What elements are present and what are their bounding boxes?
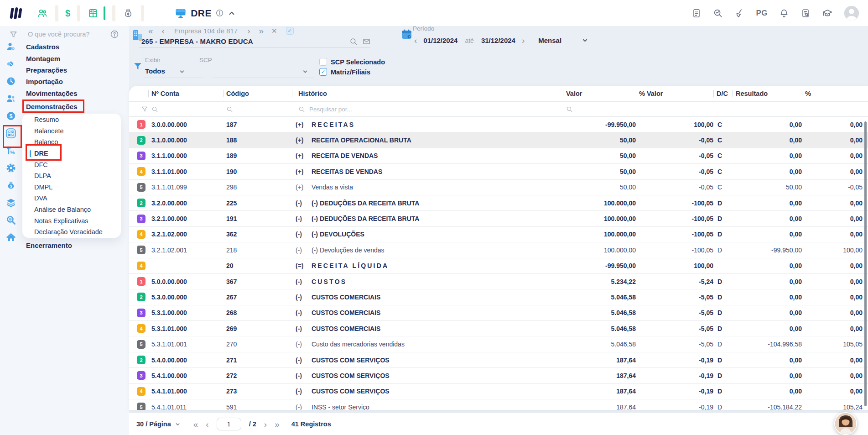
dollar-icon[interactable]: $ <box>65 8 70 18</box>
clipboard-search-icon[interactable] <box>800 8 811 18</box>
submenu-item-notas-explicativas[interactable]: Notas Explicativas <box>34 215 121 226</box>
table-row[interactable]: 35.3.1.00.000268(-)CUSTOS COMERCIAIS5.04… <box>129 305 868 321</box>
company-name[interactable]: 265 - EMPRESA - MAKRO EDUCA <box>141 37 253 45</box>
prev-period-button[interactable]: ‹ <box>414 36 417 45</box>
person-gear-icon[interactable] <box>5 41 17 52</box>
table-row[interactable]: 53.2.1.02.001218(-)(-) Devoluções de ven… <box>129 242 868 258</box>
sidebar-item-encerramento[interactable]: Encerramento <box>26 241 72 249</box>
prev-page-button[interactable]: ‹ <box>206 420 208 429</box>
submenu-item-balancete[interactable]: Balancete <box>34 126 121 137</box>
submenu-item-analise-de-balanco[interactable]: Análise de Balanço <box>34 204 121 215</box>
col-header-historico[interactable]: Histórico <box>292 86 563 101</box>
table-row[interactable]: 43.2.1.02.000362(-)(-) DEVOLUÇÕES100.000… <box>129 227 868 242</box>
mail-icon[interactable] <box>362 37 371 46</box>
scp-chevron-icon[interactable] <box>302 68 308 75</box>
next-period-button[interactable]: › <box>522 36 525 45</box>
table-row[interactable]: 23.2.0.00.000225(-)(-) DEDUÇÕES DA RECEI… <box>129 195 868 211</box>
user-avatar[interactable] <box>844 6 859 21</box>
next-page-button[interactable]: › <box>264 420 267 429</box>
conta-search-icon[interactable] <box>151 106 158 113</box>
dollar-circle-icon[interactable]: $ <box>5 110 17 121</box>
search-icon[interactable] <box>5 215 17 225</box>
submenu-item-dfc[interactable]: DFC <box>34 159 121 170</box>
app-logo[interactable] <box>9 5 25 21</box>
calculator-grid-icon[interactable] <box>87 8 99 19</box>
company-checkbox[interactable]: ✓ <box>286 27 294 35</box>
sidebar-item-demonstracoes[interactable]: Demonstrações <box>26 101 78 112</box>
search-stats-icon[interactable] <box>713 8 723 18</box>
table-row[interactable]: 13.0.0.00.000187(+)RECEITAS-99.950,00100… <box>129 117 868 132</box>
exibir-select[interactable]: Todos <box>145 67 165 75</box>
col-header-pvalor[interactable]: % Valor <box>636 86 713 101</box>
money-bag-icon[interactable] <box>122 8 134 19</box>
calculator-icon[interactable] <box>5 128 17 139</box>
table-row[interactable]: 25.4.0.00.000271(-)CUSTOS COM SERVIÇOS18… <box>129 352 868 368</box>
col-header-codigo[interactable]: Código <box>223 86 292 101</box>
people-icon[interactable] <box>5 93 17 104</box>
submenu-item-dva[interactable]: DVA <box>34 193 121 204</box>
submenu-item-resumo[interactable]: Resumo <box>34 114 121 126</box>
submenu-item-dmpl[interactable]: DMPL <box>34 182 121 193</box>
period-mode-chevron-icon[interactable] <box>582 37 588 44</box>
sidebar-item-montagem[interactable]: Montagem <box>26 52 78 64</box>
period-end-date[interactable]: 31/12/2024 <box>481 37 515 44</box>
first-page-button[interactable]: « <box>193 420 198 429</box>
table-row[interactable]: 45.4.1.01.000273(-)CUSTOS COM SERVIÇOS18… <box>129 384 868 399</box>
table-row[interactable]: 33.2.1.00.000191(-)(-) DEDUÇÕES DA RECEI… <box>129 211 868 226</box>
exibir-chevron-icon[interactable] <box>179 68 185 75</box>
last-company-button[interactable]: » <box>259 26 263 35</box>
table-row[interactable]: 53.1.1.01.099298(+)Vendas a vista50,00-0… <box>129 180 868 195</box>
filter-funnel-icon[interactable] <box>9 30 18 39</box>
clear-company-button[interactable]: ✕ <box>271 27 277 35</box>
table-row[interactable]: 25.3.0.00.000267(-)CUSTOS COMERCIAIS5.04… <box>129 289 868 305</box>
period-mode-select[interactable]: Mensal <box>538 37 561 44</box>
help-icon[interactable] <box>110 30 119 39</box>
document-icon[interactable] <box>691 8 702 18</box>
page-number-input[interactable]: 1 <box>217 418 241 430</box>
table-row[interactable]: 55.3.1.01.001270(-)Custo das mercadorias… <box>129 336 868 352</box>
sidebar-item-movimentacoes[interactable]: Movimentações <box>26 88 78 99</box>
col-header-conta[interactable]: Nº Conta <box>148 86 223 101</box>
matriz-filiais-checkbox[interactable]: ✓ <box>319 68 327 76</box>
layers-icon[interactable] <box>5 197 17 208</box>
table-funnel-icon[interactable] <box>141 105 148 113</box>
company-search-icon[interactable] <box>349 37 358 46</box>
matriz-filiais-option[interactable]: ✓ Matriz/Filiais <box>319 68 370 76</box>
scp-underline[interactable] <box>212 78 315 78</box>
col-header-dc[interactable]: D/C <box>713 86 733 101</box>
table-row[interactable]: 45.3.1.01.000269(-)CUSTOS COMERCIAIS5.04… <box>129 321 868 336</box>
submenu-item-declaracao-veracidade[interactable]: Declaração Veracidade <box>34 226 121 238</box>
prev-company-button[interactable]: ‹ <box>162 26 165 35</box>
handshake-icon[interactable] <box>5 58 17 69</box>
trend-percent-icon[interactable]: % <box>5 145 17 156</box>
chevron-up-icon[interactable] <box>228 9 236 17</box>
period-start-date[interactable]: 01/12/2024 <box>423 37 457 44</box>
table-row[interactable]: 420(=)RECEITA LÍQUIDA-99.950,00100,000,0… <box>129 258 868 274</box>
table-row[interactable]: 15.0.0.00.000367(-)CUSTOS5.234,22-5,24D0… <box>129 274 868 289</box>
info-icon[interactable] <box>216 9 223 17</box>
clock-icon[interactable] <box>5 76 17 87</box>
people-icon[interactable] <box>36 8 48 19</box>
sidebar-menu-bottom[interactable]: Encerramento <box>26 240 72 251</box>
next-company-button[interactable]: › <box>247 26 250 35</box>
graduation-cap-icon[interactable] <box>822 8 833 19</box>
gear-icon[interactable] <box>5 162 17 173</box>
table-row[interactable]: 35.4.1.00.000272(-)CUSTOS COM SERVIÇOS18… <box>129 368 868 383</box>
col-header-pct[interactable]: % <box>802 86 863 101</box>
bell-icon[interactable] <box>779 8 789 18</box>
table-row[interactable]: 33.1.1.00.000189(+)RECEITA DE VENDAS50,0… <box>129 148 868 164</box>
last-page-button[interactable]: » <box>275 420 280 429</box>
table-row[interactable]: 43.1.1.01.000190(+)RECEITAS DE VENDAS50,… <box>129 164 868 179</box>
page-size-chevron-icon[interactable] <box>175 421 181 427</box>
scp-selecionado-checkbox[interactable] <box>319 58 327 66</box>
codigo-search-icon[interactable] <box>226 106 233 113</box>
table-scrollbar[interactable] <box>864 121 867 406</box>
table-row[interactable]: 23.1.0.00.000188(+)RECEITA OPERACIONAL B… <box>129 132 868 148</box>
support-avatar[interactable] <box>834 412 857 435</box>
col-header-resultado[interactable]: Resultado <box>733 86 802 101</box>
sidebar-item-importacao[interactable]: Importação <box>26 76 78 87</box>
valor-search-icon[interactable] <box>566 106 573 113</box>
table-row[interactable]: 55.4.1.01.011591(-)INSS - setor Serviço1… <box>129 399 868 410</box>
col-header-valor[interactable]: Valor <box>563 86 636 101</box>
historico-search-icon[interactable] <box>298 106 305 113</box>
